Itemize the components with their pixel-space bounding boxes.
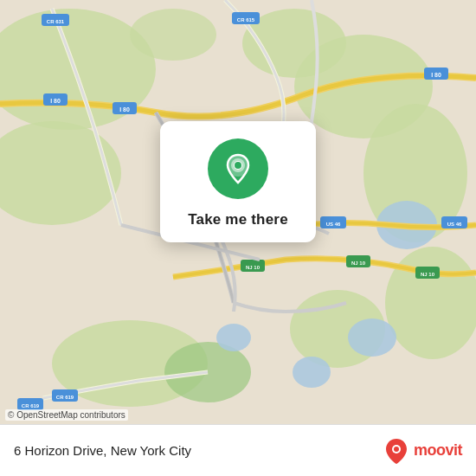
moovit-brand-label: moovit	[414, 441, 462, 460]
svg-text:CR 631: CR 631	[47, 19, 65, 24]
location-address: 6 Horizon Drive, New York City	[14, 443, 383, 458]
moovit-logo: moovit	[383, 437, 462, 465]
svg-text:CR 619: CR 619	[56, 395, 74, 400]
svg-text:US 46: US 46	[326, 222, 341, 227]
svg-text:NJ 10: NJ 10	[351, 261, 366, 266]
app: I 80 I 80 I 80 US 46 US 46 NJ 10 N	[0, 0, 476, 476]
svg-text:CR 615: CR 615	[237, 17, 255, 23]
svg-point-6	[385, 247, 476, 359]
pin-icon	[222, 153, 254, 184]
svg-text:US 46: US 46	[447, 222, 462, 227]
svg-point-10	[130, 9, 216, 61]
moovit-brand-icon	[383, 437, 410, 465]
svg-text:I 80: I 80	[431, 72, 441, 78]
svg-point-42	[235, 162, 241, 169]
svg-point-44	[394, 447, 399, 452]
svg-text:I 80: I 80	[50, 98, 61, 104]
svg-text:NJ 10: NJ 10	[421, 272, 435, 277]
location-card: Take me there	[160, 121, 316, 242]
bottom-bar: 6 Horizon Drive, New York City moovit	[0, 424, 476, 476]
attribution-text: © OpenStreetMap contributors	[8, 410, 125, 420]
svg-text:NJ 10: NJ 10	[246, 265, 261, 270]
svg-text:CR 619: CR 619	[22, 403, 40, 408]
svg-point-12	[348, 318, 396, 357]
take-me-there-button[interactable]: Take me there	[188, 211, 288, 228]
pin-icon-container	[208, 138, 268, 199]
svg-point-14	[216, 324, 251, 351]
map-container: I 80 I 80 I 80 US 46 US 46 NJ 10 N	[0, 0, 476, 424]
map-attribution: © OpenStreetMap contributors	[5, 409, 128, 421]
svg-point-13	[293, 357, 331, 388]
svg-text:I 80: I 80	[119, 106, 130, 113]
